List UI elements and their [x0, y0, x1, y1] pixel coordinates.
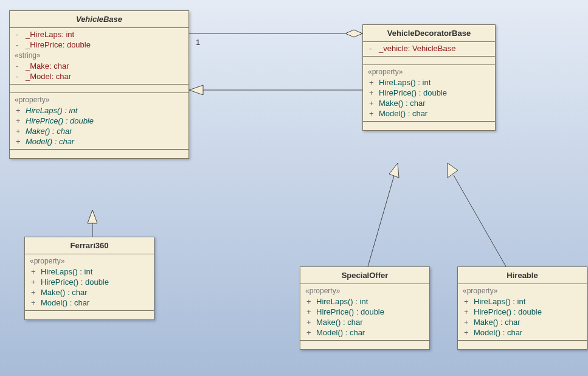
ops-section: «property» +HireLaps() : int +HirePrice(… — [10, 93, 189, 150]
multiplicity-label: 1 — [196, 38, 200, 47]
class-vehicledecoratorbase[interactable]: VehicleDecoratorBase -_vehicle: VehicleB… — [362, 24, 496, 131]
class-title: Hireable — [458, 267, 587, 284]
class-specialoffer[interactable]: SpecialOffer «property» +HireLaps() : in… — [300, 266, 430, 350]
class-title: VehicleDecoratorBase — [363, 25, 495, 42]
attrs-section: -_vehicle: VehicleBase — [363, 42, 495, 57]
svg-marker-3 — [189, 85, 203, 95]
class-title: SpecialOffer — [300, 267, 429, 284]
ops-section: «property» +HireLaps() : int +HirePrice(… — [363, 65, 495, 122]
class-ferrari360[interactable]: Ferrari360 «property» +HireLaps() : int … — [24, 237, 154, 320]
svg-marker-9 — [448, 163, 458, 178]
svg-line-8 — [454, 175, 506, 266]
class-title: VehicleBase — [10, 11, 189, 28]
ops-section: «property» +HireLaps() : int +HirePrice(… — [300, 284, 429, 341]
attrs-section-1: -_HireLaps: int -_HirePrice: double «str… — [10, 28, 189, 85]
class-hireable[interactable]: Hireable «property» +HireLaps() : int +H… — [457, 266, 587, 350]
svg-line-6 — [368, 176, 394, 266]
svg-marker-1 — [345, 30, 362, 37]
class-title: Ferrari360 — [25, 237, 154, 254]
class-vehiclebase[interactable]: VehicleBase -_HireLaps: int -_HirePrice:… — [9, 10, 189, 159]
ops-section: «property» +HireLaps() : int +HirePrice(… — [25, 254, 154, 311]
svg-marker-7 — [389, 163, 399, 178]
svg-marker-5 — [88, 210, 97, 223]
ops-section: «property» +HireLaps() : int +HirePrice(… — [458, 284, 587, 341]
